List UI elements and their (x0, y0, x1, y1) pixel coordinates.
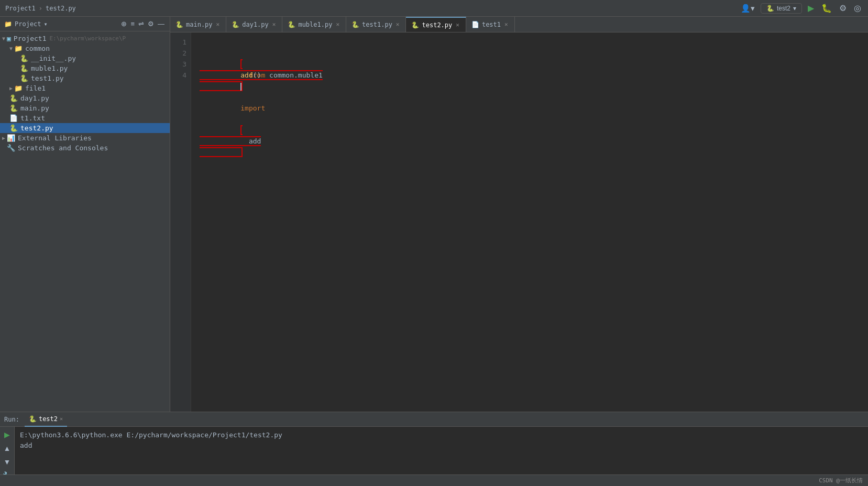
tree-item-common[interactable]: ▼ 📁 common (0, 43, 170, 53)
tabs-bar: 🐍 main.py ✕ 🐍 day1.py ✕ 🐍 muble1.py ✕ 🐍 … (170, 17, 868, 32)
line-num-4: 4 (170, 70, 186, 81)
wrench-btn[interactable]: 🔧 (1, 470, 13, 474)
tree-arrow-file1: ▶ (9, 85, 13, 91)
run-button[interactable]: ▶ (806, 2, 816, 15)
tree-label-file1: file1 (25, 84, 46, 92)
sidebar-expand-btn[interactable]: ⇌ (137, 19, 145, 29)
bottom-content: ▶ ▲ ▼ 🔧 — E:\python3.6.6\python.exe E:/p… (0, 427, 868, 474)
tree-arrow-common: ▼ (9, 46, 13, 51)
sidebar-label: Project (15, 20, 41, 28)
sidebar-collapse-btn[interactable]: ≡ (129, 19, 136, 29)
bottom-tab-close[interactable]: ✕ (60, 416, 63, 422)
tab-test1[interactable]: 🐍 test1.py ✕ (346, 17, 406, 32)
user-icon-btn[interactable]: 👤▾ (739, 2, 756, 15)
bottom-side-icons: ▶ ▲ ▼ 🔧 — (0, 427, 15, 474)
tab-close-test1[interactable]: ✕ (395, 20, 401, 28)
line-num-2: 2 (170, 48, 186, 59)
tab-label-main: main.py (186, 21, 213, 28)
tab-test2[interactable]: 🐍 test2.py ✕ (406, 17, 466, 32)
tab-close-day1[interactable]: ✕ (271, 20, 277, 28)
tab-close-main[interactable]: ✕ (215, 20, 221, 28)
editor-area: 🐍 main.py ✕ 🐍 day1.py ✕ 🐍 muble1.py ✕ 🐍 … (170, 17, 868, 412)
coverage-button[interactable]: ◎ (852, 2, 863, 15)
keyword-import: import (240, 104, 265, 112)
editor-content: 1 2 3 4 from common.muble1 import add (170, 32, 868, 412)
line-num-1: 1 (170, 37, 186, 48)
bottom-tab-label-test2: test2 (39, 415, 58, 423)
sidebar-settings-btn[interactable]: ⚙ (147, 19, 155, 29)
tab-label-test2: test2.py (422, 21, 452, 29)
cursor (240, 83, 241, 91)
tab-day1[interactable]: 🐍 day1.py ✕ (226, 17, 282, 32)
tab-muble1[interactable]: 🐍 muble1.py ✕ (282, 17, 346, 32)
output-result: add (20, 440, 863, 451)
py-icon-init: 🐍 (20, 54, 28, 62)
tab-close-test2[interactable]: ✕ (455, 21, 460, 29)
tab-icon-muble1: 🐍 (288, 21, 295, 28)
tree-arrow-project1: ▼ (2, 36, 5, 41)
highlight-add: add (200, 125, 261, 157)
tree-label-t1txt: t1.txt (20, 114, 45, 122)
bottom-panel: Run: 🐍 test2 ✕ ▶ ▲ ▼ 🔧 — E:\python3.6.6\… (0, 412, 868, 474)
sidebar-dropdown-chevron[interactable]: ▾ (44, 20, 48, 28)
code-editor[interactable]: from common.muble1 import add add() (191, 32, 868, 412)
tree-item-t1txt[interactable]: 📄 t1.txt (0, 113, 170, 123)
code-line-2 (200, 48, 860, 59)
tab-main[interactable]: 🐍 main.py ✕ (170, 17, 226, 32)
profile-button[interactable]: ⚙ (838, 2, 848, 15)
run-again-btn[interactable]: ▶ (3, 429, 12, 440)
sidebar-hide-btn[interactable]: — (157, 19, 166, 29)
tree-label-scratches: Scratches and Consoles (18, 144, 108, 152)
status-bar: CSDN @一纸长情 (0, 474, 868, 486)
debug-button[interactable]: 🐛 (820, 2, 833, 15)
scroll-up-btn[interactable]: ▲ (2, 443, 13, 454)
tab-label-day1: day1.py (242, 21, 269, 28)
sidebar-tree: ▼ ▣ Project1 E:\pycharm\workspace\P ▼ 📁 … (0, 31, 170, 412)
tree-item-test1-common[interactable]: 🐍 test1.py (0, 73, 170, 83)
scroll-down-btn[interactable]: ▼ (2, 456, 13, 468)
tree-item-muble1[interactable]: 🐍 muble1.py (0, 63, 170, 73)
func-add: add (240, 71, 252, 79)
parens: () (253, 71, 261, 79)
tree-item-test2[interactable]: 🐍 test2.py (0, 123, 170, 133)
tab-test1b[interactable]: 📄 test1 ✕ (466, 17, 515, 32)
tab-icon-test1: 🐍 (351, 21, 359, 28)
tab-close-test1b[interactable]: ✕ (503, 20, 509, 28)
status-right: CSDN @一纸长情 (819, 477, 863, 484)
run-config-button[interactable]: 🐍 test2 ▾ (761, 3, 802, 14)
tree-label-day1: day1.py (20, 94, 49, 102)
tab-close-muble1[interactable]: ✕ (335, 20, 340, 28)
tree-item-external-libs[interactable]: ▶ 📊 External Libraries (0, 133, 170, 143)
tab-icon-day1: 🐍 (232, 21, 239, 28)
tree-item-main[interactable]: 🐍 main.py (0, 103, 170, 113)
tree-item-file1[interactable]: ▶ 📁 file1 (0, 83, 170, 93)
project-breadcrumb[interactable]: Project1 (5, 5, 36, 12)
breadcrumb-separator: › (39, 5, 42, 12)
tree-label-common: common (25, 45, 50, 52)
py-icon-test1-common: 🐍 (20, 74, 28, 82)
tree-label-init: __init__.py (31, 54, 76, 62)
project-icon: ▣ (7, 35, 11, 42)
sidebar-action-icons: ⊕ ≡ ⇌ ⚙ — (120, 19, 166, 29)
tree-item-day1[interactable]: 🐍 day1.py (0, 93, 170, 103)
sidebar-locate-btn[interactable]: ⊕ (120, 19, 128, 29)
py-icon-muble1: 🐍 (20, 64, 28, 72)
tree-label-project1: Project1 (14, 35, 47, 42)
file-breadcrumb[interactable]: test2.py (46, 5, 76, 12)
tab-label-muble1: muble1.py (298, 21, 332, 28)
bottom-tab-test2[interactable]: 🐍 test2 ✕ (25, 412, 67, 427)
tree-item-project1[interactable]: ▼ ▣ Project1 E:\pycharm\workspace\P (0, 34, 170, 43)
tree-item-scratches[interactable]: ▶ 🔧 Scratches and Consoles (0, 143, 170, 153)
tree-label-external: External Libraries (18, 134, 92, 142)
project-path: E:\pycharm\workspace\P (49, 35, 126, 42)
py-icon-test2: 🐍 (9, 124, 18, 132)
tree-item-init[interactable]: 🐍 __init__.py (0, 53, 170, 63)
main-area: 📁 Project ▾ ⊕ ≡ ⇌ ⚙ — ▼ ▣ Project1 E:\py… (0, 17, 868, 412)
title-bar-actions: 👤▾ 🐍 test2 ▾ ▶ 🐛 ⚙ ◎ (739, 2, 863, 15)
code-line-3: add() (200, 59, 860, 70)
py-icon-day1: 🐍 (9, 94, 18, 102)
space3 (240, 115, 245, 123)
folder-icon-file1: 📁 (14, 84, 23, 92)
line-num-3: 3 (170, 59, 186, 70)
space2 (240, 93, 245, 101)
